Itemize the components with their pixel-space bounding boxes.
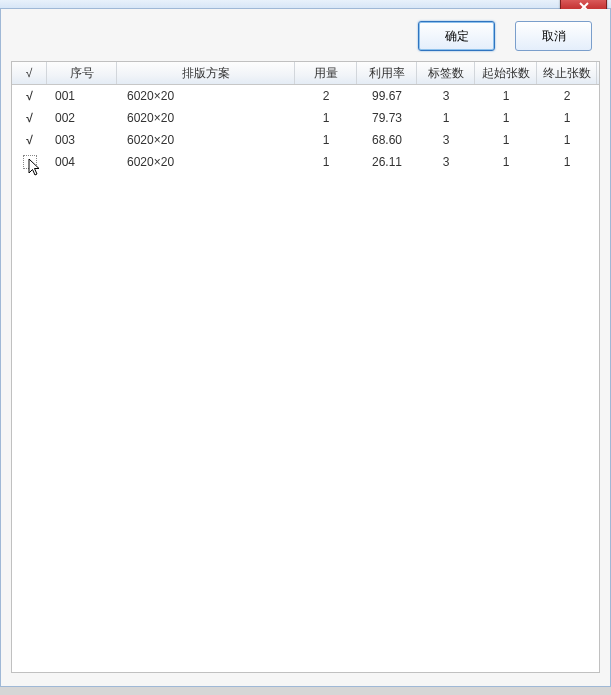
- checkmark-icon: √: [26, 111, 33, 125]
- row-end: 2: [537, 89, 597, 103]
- row-util: 26.11: [357, 155, 417, 169]
- header-seq[interactable]: 序号: [47, 62, 117, 84]
- window-titlebar: [0, 0, 611, 9]
- row-start: 1: [475, 89, 537, 103]
- header-end[interactable]: 终止张数: [537, 62, 597, 84]
- checkmark-icon: √: [26, 89, 33, 103]
- row-seq: 003: [47, 133, 117, 147]
- ok-button[interactable]: 确定: [418, 21, 495, 51]
- row-seq: 004: [47, 155, 117, 169]
- row-seq: 001: [47, 89, 117, 103]
- table-row[interactable]: √0026020×20179.73111: [12, 107, 599, 129]
- cancel-button-label: 取消: [542, 28, 566, 45]
- row-check[interactable]: √: [12, 111, 47, 125]
- row-qty: 1: [295, 111, 357, 125]
- grid-header-row: √ 序号 排版方案 用量 利用率 标签数 起始张数 终止张数: [12, 62, 599, 85]
- row-start: 1: [475, 111, 537, 125]
- dialog-button-row: 确定 取消: [1, 9, 610, 61]
- grid-body: √0016020×20299.67312√0026020×20179.73111…: [12, 85, 599, 173]
- row-tags: 3: [417, 133, 475, 147]
- row-plan: 6020×20: [117, 155, 295, 169]
- row-seq: 002: [47, 111, 117, 125]
- row-qty: 1: [295, 133, 357, 147]
- header-qty[interactable]: 用量: [295, 62, 357, 84]
- header-tags[interactable]: 标签数: [417, 62, 475, 84]
- row-tags: 3: [417, 89, 475, 103]
- row-start: 1: [475, 155, 537, 169]
- row-qty: 1: [295, 155, 357, 169]
- cancel-button[interactable]: 取消: [515, 21, 592, 51]
- header-plan[interactable]: 排版方案: [117, 62, 295, 84]
- row-tags: 3: [417, 155, 475, 169]
- row-check[interactable]: √: [12, 133, 47, 147]
- row-check[interactable]: [12, 155, 47, 169]
- row-tags: 1: [417, 111, 475, 125]
- ok-button-label: 确定: [445, 28, 469, 45]
- checkmark-icon: √: [26, 133, 33, 147]
- row-end: 1: [537, 133, 597, 147]
- table-row[interactable]: √0036020×20168.60311: [12, 129, 599, 151]
- header-util[interactable]: 利用率: [357, 62, 417, 84]
- row-end: 1: [537, 155, 597, 169]
- row-start: 1: [475, 133, 537, 147]
- header-check[interactable]: √: [12, 62, 47, 84]
- row-util: 99.67: [357, 89, 417, 103]
- row-check[interactable]: √: [12, 89, 47, 103]
- unchecked-box-icon: [23, 155, 37, 169]
- table-row[interactable]: 0046020×20126.11311: [12, 151, 599, 173]
- table-row[interactable]: √0016020×20299.67312: [12, 85, 599, 107]
- row-end: 1: [537, 111, 597, 125]
- row-plan: 6020×20: [117, 89, 295, 103]
- header-start[interactable]: 起始张数: [475, 62, 537, 84]
- row-qty: 2: [295, 89, 357, 103]
- row-plan: 6020×20: [117, 133, 295, 147]
- data-grid: √ 序号 排版方案 用量 利用率 标签数 起始张数 终止张数 √0016020×…: [11, 61, 600, 673]
- row-plan: 6020×20: [117, 111, 295, 125]
- row-util: 68.60: [357, 133, 417, 147]
- window-body: 确定 取消 √ 序号 排版方案 用量 利用率 标签数 起始张数 终止张数 √00…: [0, 9, 611, 687]
- row-util: 79.73: [357, 111, 417, 125]
